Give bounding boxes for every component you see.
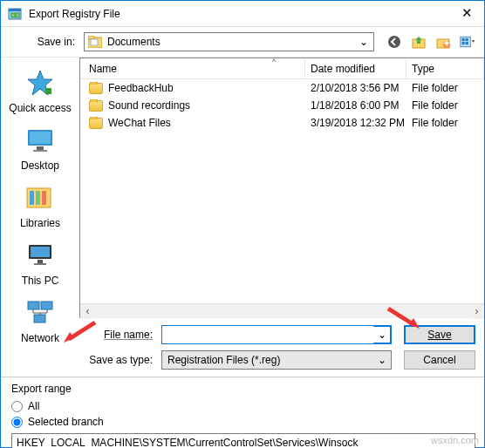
libraries-icon — [24, 184, 56, 212]
svg-rect-22 — [33, 150, 47, 152]
place-label: Libraries — [5, 217, 75, 229]
svg-rect-31 — [28, 302, 39, 309]
scroll-left-button[interactable]: ‹ — [80, 304, 95, 319]
file-date: 2/10/2018 3:56 PM — [305, 82, 406, 94]
file-row[interactable]: FeedbackHub2/10/2018 3:56 PMFile folder — [80, 79, 484, 97]
this-pc-icon — [26, 241, 54, 269]
file-row[interactable]: Sound recordings1/18/2018 6:00 PMFile fo… — [80, 97, 484, 114]
place-label: Quick access — [5, 102, 75, 114]
radio-all-input[interactable] — [11, 401, 23, 412]
view-menu-button[interactable] — [460, 34, 475, 50]
save-as-type-dropdown[interactable]: Registration Files (*.reg) ⌄ — [161, 350, 392, 370]
svg-rect-13 — [461, 38, 464, 41]
column-date[interactable]: Date modified — [305, 59, 406, 78]
svg-text:✦: ✦ — [442, 37, 450, 49]
file-row[interactable]: WeChat Files3/19/2018 12:32 PMFile folde… — [80, 114, 484, 132]
svg-rect-15 — [461, 42, 464, 44]
place-quick-access[interactable]: Quick access — [5, 64, 75, 119]
radio-selected-branch[interactable]: Selected branch — [11, 416, 475, 428]
places-bar: Quick access Desktop Libraries This PC N… — [1, 58, 79, 318]
place-libraries[interactable]: Libraries — [5, 180, 75, 234]
export-range-group: Export range All Selected branch — [1, 377, 484, 448]
radio-all[interactable]: All — [11, 400, 475, 412]
file-type: File folder — [406, 99, 484, 112]
svg-rect-18 — [45, 88, 51, 94]
file-name: Sound recordings — [108, 99, 190, 112]
svg-rect-32 — [41, 302, 52, 309]
svg-rect-3 — [16, 13, 19, 17]
file-name: WeChat Files — [108, 117, 171, 129]
svg-rect-14 — [466, 38, 468, 41]
svg-rect-24 — [30, 191, 34, 205]
folder-icon — [89, 118, 103, 129]
regedit-icon — [8, 7, 22, 21]
svg-rect-28 — [31, 247, 50, 257]
file-name-field[interactable] — [162, 326, 373, 343]
desktop-icon — [26, 126, 54, 154]
folder-icon — [89, 100, 103, 112]
place-label: Desktop — [5, 160, 75, 172]
chevron-down-icon: ⌄ — [359, 36, 368, 48]
svg-rect-5 — [88, 36, 94, 39]
column-headers: ^ Name Date modified Type — [80, 58, 484, 79]
watermark: wsxdn.com — [431, 435, 479, 445]
cancel-button[interactable]: Cancel — [404, 350, 475, 370]
place-label: This PC — [5, 275, 75, 287]
svg-rect-30 — [34, 263, 46, 265]
save-in-value: Documents — [107, 36, 161, 48]
radio-all-label: All — [28, 400, 39, 412]
save-button[interactable]: Save — [404, 325, 475, 344]
svg-rect-6 — [91, 39, 98, 45]
file-type: File folder — [406, 117, 484, 129]
file-name-label: File name: — [1, 329, 161, 341]
save-as-type-label: Save as type: — [1, 354, 161, 366]
dialog-title: Export Registry File — [29, 8, 449, 20]
export-range-label: Export range — [11, 383, 475, 395]
svg-rect-26 — [42, 191, 46, 205]
folder-icon — [89, 83, 103, 94]
file-list[interactable]: ^ Name Date modified Type FeedbackHub2/1… — [79, 58, 484, 318]
back-button[interactable] — [386, 34, 402, 50]
radio-selected-input[interactable] — [11, 417, 23, 428]
svg-rect-1 — [9, 9, 21, 11]
save-in-label: Save in: — [1, 36, 84, 48]
svg-rect-20 — [30, 132, 51, 144]
chevron-down-icon: ⌄ — [378, 329, 386, 341]
svg-point-7 — [388, 36, 400, 48]
file-date: 3/19/2018 12:32 PM — [305, 117, 406, 129]
file-name: FeedbackHub — [108, 82, 174, 94]
svg-rect-29 — [38, 260, 43, 263]
column-type[interactable]: Type — [406, 59, 484, 78]
new-folder-button[interactable]: ✦ — [435, 34, 451, 50]
save-in-dropdown[interactable]: Documents ⌄ — [84, 32, 374, 51]
save-as-type-value: Registration Files (*.reg) — [162, 351, 280, 369]
place-desktop[interactable]: Desktop — [5, 122, 75, 176]
place-this-pc[interactable]: This PC — [5, 237, 75, 291]
close-button[interactable]: ✕ — [449, 1, 484, 27]
svg-rect-2 — [11, 13, 15, 17]
titlebar: Export Registry File ✕ — [1, 1, 484, 27]
svg-rect-25 — [36, 191, 40, 205]
export-registry-dialog: Export Registry File ✕ Save in: Document… — [0, 0, 485, 448]
file-date: 1/18/2018 6:00 PM — [305, 99, 406, 112]
chevron-down-icon: ⌄ — [378, 354, 386, 366]
documents-icon — [88, 36, 102, 48]
scroll-right-button[interactable]: › — [469, 304, 484, 319]
svg-rect-16 — [466, 42, 468, 44]
svg-rect-21 — [37, 146, 44, 150]
radio-selected-label: Selected branch — [28, 416, 104, 428]
up-button[interactable] — [411, 34, 427, 50]
quick-access-icon — [26, 69, 54, 97]
sort-indicator-icon: ^ — [272, 58, 276, 66]
selected-branch-input[interactable] — [11, 433, 475, 448]
file-name-input[interactable]: ⌄ — [161, 325, 392, 344]
file-type: File folder — [406, 82, 484, 94]
horizontal-scrollbar[interactable]: ‹ › — [80, 303, 484, 318]
